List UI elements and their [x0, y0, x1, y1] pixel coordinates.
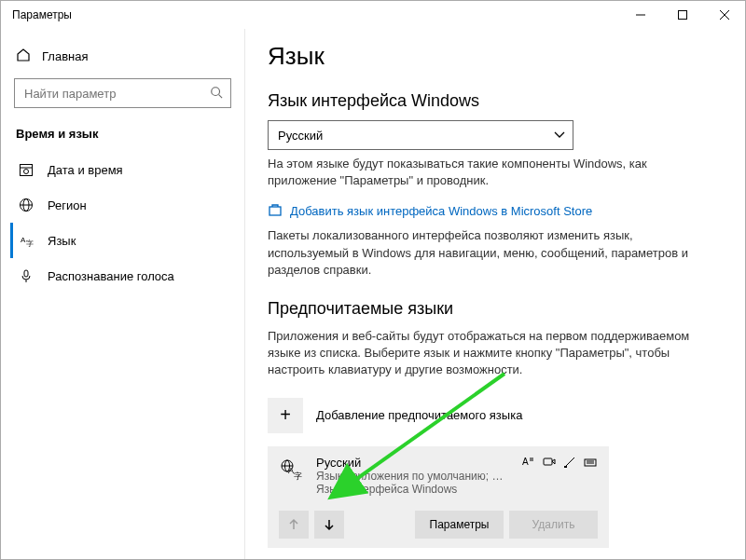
svg-text:字: 字 — [26, 239, 34, 248]
svg-point-4 — [212, 87, 220, 95]
sidebar-item-speech[interactable]: Распознавание голоса — [10, 258, 235, 294]
speech-icon — [542, 456, 557, 469]
store-link[interactable]: Добавить язык интерфейса Windows в Micro… — [268, 202, 721, 220]
sidebar-home-label: Главная — [42, 49, 88, 63]
sidebar-item-date-time[interactable]: Дата и время — [10, 152, 235, 187]
store-link-label: Добавить язык интерфейса Windows в Micro… — [290, 204, 592, 218]
feature-icons: A — [521, 456, 598, 469]
sidebar-category: Время и язык — [10, 121, 235, 152]
main-content: Язык Язык интерфейса Windows Русский На … — [245, 29, 745, 559]
window-title: Параметры — [12, 8, 619, 21]
display-language-title: Язык интерфейса Windows — [268, 91, 721, 111]
close-button[interactable] — [703, 1, 745, 29]
store-icon — [268, 202, 283, 220]
sidebar-item-language[interactable]: A字 Язык — [10, 223, 235, 258]
svg-rect-1 — [678, 11, 686, 20]
language-icon: A字 — [18, 233, 35, 248]
add-language-row[interactable]: + Добавление предпочитаемого языка — [268, 392, 721, 439]
remove-button-label: Удалить — [532, 518, 575, 531]
svg-rect-23 — [544, 458, 552, 465]
svg-rect-16 — [269, 207, 281, 215]
search-input[interactable] — [14, 78, 231, 108]
sidebar-item-label: Язык — [48, 234, 76, 248]
svg-point-8 — [24, 170, 29, 174]
calendar-icon — [18, 162, 35, 177]
titlebar: Параметры — [1, 1, 745, 29]
minimize-button[interactable] — [619, 1, 661, 29]
language-glyph-icon: A字 — [279, 458, 305, 484]
preferred-languages-title: Предпочитаемые языки — [268, 299, 721, 319]
home-icon — [16, 48, 31, 65]
display-language-value: Русский — [278, 129, 554, 143]
sidebar: Главная Время и язык Дата и время Регион… — [1, 29, 245, 559]
svg-rect-14 — [24, 270, 28, 277]
handwriting-icon — [562, 456, 577, 469]
add-language-label: Добавление предпочитаемого языка — [316, 408, 522, 422]
svg-line-5 — [219, 94, 223, 98]
options-button[interactable]: Параметры — [415, 511, 504, 539]
svg-rect-24 — [564, 466, 567, 468]
svg-text:字: 字 — [294, 471, 302, 481]
move-down-button[interactable] — [314, 511, 344, 539]
search-icon — [210, 86, 223, 102]
language-subtext-2: Язык интерфейса Windows — [316, 483, 510, 496]
sidebar-home[interactable]: Главная — [10, 42, 235, 78]
sidebar-item-label: Регион — [48, 198, 87, 212]
display-language-pack-desc: Пакеты локализованного интерфейса позвол… — [268, 227, 697, 279]
options-button-label: Параметры — [430, 518, 490, 531]
sidebar-item-label: Дата и время — [48, 163, 123, 177]
maximize-button[interactable] — [661, 1, 703, 29]
language-card-selected[interactable]: A字 Русский Язык приложения по умолчанию;… — [268, 446, 609, 548]
language-name: Русский — [316, 456, 510, 470]
preferred-languages-desc: Приложения и веб-сайты будут отображатьс… — [268, 328, 697, 379]
plus-icon: + — [268, 398, 303, 433]
display-language-desc: На этом языке будут показываться такие к… — [268, 156, 697, 189]
language-card[interactable]: A字 English (United States) Доступен язык… — [268, 555, 609, 560]
window-controls — [619, 1, 745, 29]
remove-button[interactable]: Удалить — [509, 511, 598, 539]
globe-icon — [18, 198, 35, 212]
text-to-speech-icon: A — [521, 456, 536, 469]
page-title: Язык — [268, 42, 721, 71]
keyboard-icon — [583, 456, 598, 469]
move-up-button[interactable] — [279, 511, 309, 539]
search-field[interactable] — [22, 86, 210, 102]
microphone-icon — [18, 268, 35, 283]
sidebar-item-label: Распознавание голоса — [48, 269, 174, 283]
language-subtext-1: Язык приложения по умолчанию; Язык ввода… — [316, 470, 510, 483]
display-language-dropdown[interactable]: Русский — [268, 120, 573, 150]
chevron-down-icon — [554, 129, 565, 142]
sidebar-item-region[interactable]: Регион — [10, 187, 235, 223]
svg-text:A: A — [522, 457, 529, 467]
